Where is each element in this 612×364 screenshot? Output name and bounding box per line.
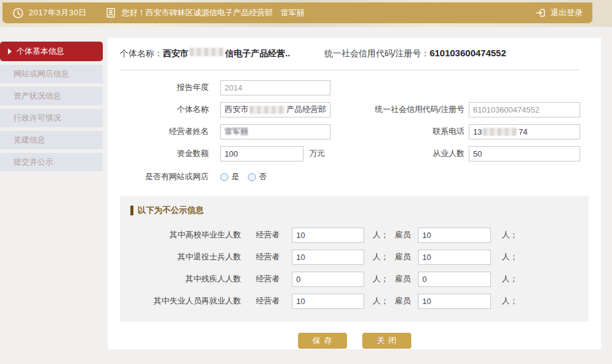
sidebar-item-label: 个体基本信息 xyxy=(17,46,64,57)
capital-label: 资金数额 xyxy=(120,148,209,159)
sidebar: 个体基本信息 网站或网店信息 资产状况信息 行政许可情况 党建信息 提交并公示 xyxy=(0,42,103,175)
sidebar-item-label: 提交并公示 xyxy=(13,157,53,168)
operator-label: 经营者 xyxy=(256,273,280,284)
unit-label: 人； xyxy=(373,273,389,284)
report-year-label: 报告年度 xyxy=(120,82,209,93)
row-label: 其中失业人员再就业人数 xyxy=(120,295,241,306)
credit-code-input[interactable] xyxy=(469,102,580,117)
sidebar-item-label: 网站或网店信息 xyxy=(13,69,69,80)
section-bar-icon xyxy=(130,206,133,215)
form-row-operator-name: 经营者姓名 雷军丽 联系电话 1374 xyxy=(120,124,589,139)
website-yes-label: 是 xyxy=(231,171,239,182)
form-row-credit-code: 统一社会信用代码/注册号 xyxy=(346,102,580,117)
operator-name-input[interactable]: 雷军丽 xyxy=(220,124,330,139)
redacted-entity-name xyxy=(250,106,285,114)
graduates-employee-input[interactable] xyxy=(418,228,491,243)
graduates-operator-input[interactable] xyxy=(292,228,364,243)
employee-label: 雇员 xyxy=(395,229,411,240)
sidebar-item-label: 资产状况信息 xyxy=(13,91,61,102)
close-button[interactable]: 关闭 xyxy=(362,333,411,349)
logout-icon xyxy=(535,7,546,18)
phone-label: 联系电话 xyxy=(346,126,465,137)
clock-icon xyxy=(12,7,24,19)
topbar: 2017年3月30日 您好！西安市碑林区诚源信电子产品经营部 雷军丽 退出登录 xyxy=(2,2,592,23)
entity-name-heading: 个体名称：西安市信电子产品经营.. xyxy=(120,48,290,59)
topbar-greeting: 您好！西安市碑林区诚源信电子产品经营部 雷军丽 xyxy=(122,7,305,18)
private-info-section: 以下为不公示信息 其中高校毕业生人数 经营者 人； 雇员 人； 其中退役士兵人数… xyxy=(120,196,589,322)
sidebar-item-party-info[interactable]: 党建信息 xyxy=(0,131,103,149)
row-label: 其中退役士兵人数 xyxy=(120,251,241,262)
capital-unit: 万元 xyxy=(309,148,325,159)
disabled-operator-input[interactable] xyxy=(292,272,364,287)
sidebar-item-label: 党建信息 xyxy=(13,135,45,146)
main-panel: 个体名称：西安市信电子产品经营.. 统一社会信用代码/注册号：610103600… xyxy=(108,38,601,349)
unit-label: 人； xyxy=(502,295,518,306)
unit-label: 人； xyxy=(502,251,518,262)
employee-label: 雇员 xyxy=(395,295,411,306)
sidebar-item-submit-publish[interactable]: 提交并公示 xyxy=(0,153,103,171)
veterans-employee-input[interactable] xyxy=(418,250,491,265)
action-buttons: 保存 关闭 xyxy=(108,333,601,349)
private-row-reemployed: 其中失业人员再就业人数 经营者 人； 雇员 人； xyxy=(120,293,518,309)
form-row-entity-name: 个体名称 西安市产品经营部 统一社会信用代码/注册号 xyxy=(120,102,589,117)
header-divider xyxy=(120,70,580,70)
website-no-label: 否 xyxy=(259,171,267,182)
phone-value-prefix: 13 xyxy=(473,127,482,136)
entity-name-value-prefix: 西安市 xyxy=(225,104,248,115)
sidebar-item-basic-info[interactable]: 个体基本信息 xyxy=(0,42,103,61)
redacted-phone xyxy=(483,128,517,136)
unit-label: 人； xyxy=(373,295,389,306)
redacted-entity-name xyxy=(190,48,224,56)
employee-label: 雇员 xyxy=(395,273,411,284)
unit-label: 人； xyxy=(373,251,389,262)
private-row-disabled: 其中残疾人人数 经营者 人； 雇员 人； xyxy=(120,271,518,287)
sidebar-item-admin-license[interactable]: 行政许可情况 xyxy=(0,109,103,127)
save-button[interactable]: 保存 xyxy=(298,333,347,349)
website-yes-radio[interactable] xyxy=(220,173,228,181)
entity-name-suffix: 信电子产品经营.. xyxy=(225,48,290,58)
logout-button[interactable]: 退出登录 xyxy=(535,7,583,18)
form-row-phone: 联系电话 1374 xyxy=(346,124,580,139)
private-section-title-text: 以下为不公示信息 xyxy=(138,205,204,216)
reemployed-employee-input[interactable] xyxy=(418,294,491,309)
employees-label: 从业人数 xyxy=(346,148,465,159)
operator-label: 经营者 xyxy=(256,295,280,306)
reemployed-operator-input[interactable] xyxy=(292,294,364,309)
employees-input[interactable] xyxy=(469,146,580,162)
entity-name-prefix: 西安市 xyxy=(163,48,188,58)
operator-name-label: 经营者姓名 xyxy=(120,126,209,137)
disabled-employee-input[interactable] xyxy=(418,272,491,287)
entity-name-input[interactable]: 西安市产品经营部 xyxy=(220,102,330,117)
form-row-report-year: 报告年度 xyxy=(120,80,589,95)
row-label: 其中高校毕业生人数 xyxy=(120,229,241,240)
phone-input[interactable]: 1374 xyxy=(469,124,580,139)
caret-right-icon xyxy=(7,48,12,54)
row-label: 其中残疾人人数 xyxy=(120,273,241,284)
unit-label: 人； xyxy=(373,229,389,240)
private-row-graduates: 其中高校毕业生人数 经营者 人； 雇员 人； xyxy=(120,227,518,243)
entity-name-label: 个体名称 xyxy=(120,104,209,115)
operator-name-value: 雷军丽 xyxy=(225,126,248,137)
employee-label: 雇员 xyxy=(395,251,411,262)
report-year-input[interactable] xyxy=(220,80,330,95)
website-yes-option: 是 xyxy=(220,171,239,182)
veterans-operator-input[interactable] xyxy=(292,250,364,265)
entity-name-heading-label: 个体名称： xyxy=(120,48,163,58)
credit-code-heading: 统一社会信用代码/注册号：610103600474552 xyxy=(324,48,506,59)
entity-name-value-suffix: 产品经营部 xyxy=(286,104,326,115)
sidebar-item-assets-info[interactable]: 资产状况信息 xyxy=(0,87,103,105)
sidebar-item-website-info[interactable]: 网站或网店信息 xyxy=(0,65,103,83)
topbar-date: 2017年3月30日 xyxy=(29,7,87,18)
phone-value-suffix: 74 xyxy=(518,127,527,136)
website-no-radio[interactable] xyxy=(248,173,256,181)
credit-code-heading-value: 610103600474552 xyxy=(430,48,506,58)
unit-label: 人； xyxy=(502,273,518,284)
capital-input[interactable] xyxy=(220,146,304,162)
form-row-website: 是否有网站或网店 是 否 xyxy=(120,169,589,185)
operator-label: 经营者 xyxy=(256,251,280,262)
sidebar-item-label: 行政许可情况 xyxy=(13,113,61,124)
website-question-label: 是否有网站或网店 xyxy=(120,171,209,182)
logout-label: 退出登录 xyxy=(551,7,583,18)
credit-code-heading-label: 统一社会信用代码/注册号： xyxy=(324,48,430,58)
form-row-capital: 资金数额 万元 从业人数 xyxy=(120,146,589,162)
